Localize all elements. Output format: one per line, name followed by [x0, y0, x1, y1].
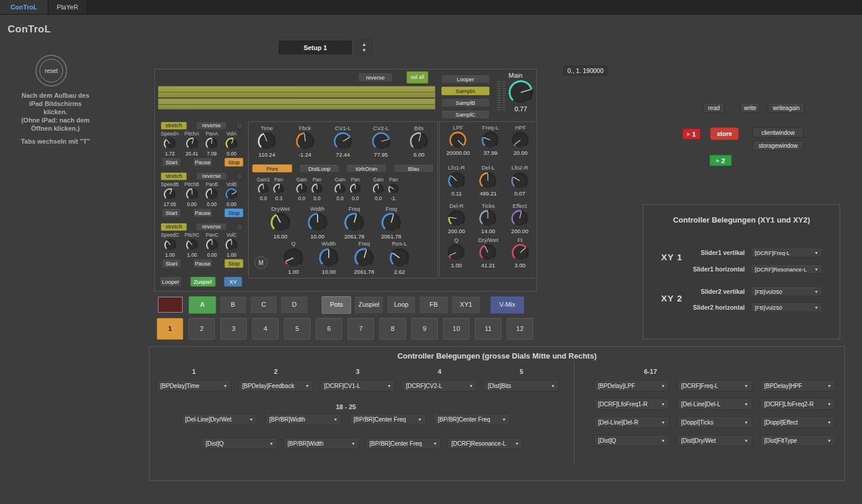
vmix-button[interactable]: V-Mix: [490, 296, 524, 314]
button-sampla[interactable]: SamplA: [441, 87, 490, 95]
dropdown-bpdelay-feedback[interactable]: [BPDelay]Feedback▼: [238, 380, 313, 392]
reset-dial[interactable]: reset: [35, 55, 67, 87]
dial-toggle-c[interactable]: [236, 223, 243, 231]
button-4[interactable]: 4: [252, 318, 279, 340]
dropdown-dist-flttype[interactable]: [Dist]FltType▼: [760, 435, 835, 446]
color-swatch[interactable]: [158, 297, 183, 313]
knob-pitcha[interactable]: PitchA20.41: [184, 131, 199, 157]
button-pause[interactable]: Pause: [193, 158, 212, 167]
button-stop[interactable]: Stop: [224, 259, 243, 268]
preset-2-toggle[interactable]: ▶ 2: [709, 155, 732, 166]
tab-control[interactable]: ConTroL: [0, 0, 48, 14]
knob-hpf[interactable]: HPF20.00: [511, 124, 530, 157]
knob-ticks[interactable]: Ticks14.00: [478, 203, 497, 235]
knob-volc[interactable]: VolC1.00: [224, 232, 239, 258]
dropdown-del-line-del-l[interactable]: [Del-Line]Del-L▼: [677, 399, 752, 410]
stretch-button-a[interactable]: stretch: [161, 122, 187, 130]
knob-width[interactable]: Width10.00: [307, 205, 328, 240]
button-d[interactable]: D: [280, 296, 308, 314]
button-start[interactable]: Start: [162, 259, 181, 268]
dial-toggle-a[interactable]: [236, 122, 243, 130]
knob-pitchb[interactable]: PitchB0.00: [184, 181, 199, 208]
knob-res-l[interactable]: Res-L2.62: [389, 240, 410, 275]
knob-main-volume[interactable]: 0.77: [508, 79, 534, 114]
knob-ft[interactable]: Ft3.00: [511, 237, 530, 269]
dropdown-fb-vol250[interactable]: [FB]Vol250 ▼: [751, 303, 823, 312]
reverse-button[interactable]: reverse: [358, 73, 392, 82]
button-fb[interactable]: FB: [419, 296, 448, 314]
button-c[interactable]: C: [250, 296, 278, 314]
knob-freq[interactable]: Freq2061.78: [354, 240, 375, 275]
stretch-button-b[interactable]: stretch: [161, 173, 187, 180]
button-10[interactable]: 10: [443, 318, 470, 340]
dropdown-del-line-dry-wet[interactable]: [Del-Line]Dry/Wet▼: [181, 414, 257, 425]
dropdown-del-line-del-r[interactable]: [Del-Line]Del-R▼: [594, 417, 669, 428]
position-readout[interactable]: 0., 1. 190000: [563, 65, 607, 76]
button-xy1[interactable]: XY1: [451, 296, 481, 314]
knob-pan[interactable]: Pan0.0: [348, 177, 363, 202]
button-samplb[interactable]: SamplB: [441, 98, 490, 107]
button-zuspiel[interactable]: Zuspiel: [190, 277, 216, 287]
knob-panb[interactable]: PanB0.00: [204, 181, 219, 208]
read-button[interactable]: read: [703, 103, 725, 113]
dropdown-dcrf-freq-l[interactable]: [DCRF]Freq-L ▼: [751, 248, 823, 257]
knob-effect[interactable]: Effect200.00: [510, 203, 529, 235]
dropdown-bpdelay-time[interactable]: [BPDelay]Time▼: [156, 380, 232, 392]
knob-q[interactable]: Q1.00: [283, 240, 304, 275]
knob-freq[interactable]: Freq2061.78: [381, 205, 402, 240]
knob-drywet[interactable]: DryWet16.00: [270, 205, 291, 240]
button-8[interactable]: 8: [379, 318, 406, 340]
knob-pan[interactable]: Pan0.0: [309, 177, 325, 202]
setup-stepper[interactable]: ▲ ▼: [356, 39, 372, 57]
button-stop[interactable]: Stop: [224, 158, 243, 167]
storagewindow-button[interactable]: storagewindow: [752, 141, 804, 151]
clientwindow-button[interactable]: clientwindow: [752, 128, 804, 138]
m-button[interactable]: M: [255, 256, 267, 269]
dropdown-dcrf-lfofreq1-r[interactable]: [DCRF]LfoFreq1-R▼: [594, 399, 669, 410]
reverse-button-a[interactable]: reverse: [196, 122, 227, 130]
knob-lfo2-r[interactable]: Lfo2-R0.07: [510, 164, 529, 197]
preset-1-toggle[interactable]: ▶ 1: [682, 128, 701, 140]
button-11[interactable]: 11: [475, 318, 501, 340]
writeagain-button[interactable]: writeagain: [768, 103, 805, 113]
store-button[interactable]: store: [710, 127, 739, 140]
knob-lfo1-r[interactable]: Lfo1-R0.11: [447, 164, 466, 197]
knob-width[interactable]: Width10.00: [318, 240, 339, 275]
knob-pana[interactable]: PanA7.09: [204, 131, 219, 157]
dial-toggle-b[interactable]: [236, 173, 243, 180]
knob-volb[interactable]: VolB0.00: [224, 181, 239, 208]
dropdown-bp-br-center-freq[interactable]: [BP/BR]Center Freq▼: [365, 438, 441, 449]
dropdown-bp-br-width[interactable]: [BP/BR]Width▼: [265, 414, 342, 425]
knob-pan[interactable]: Pan0.3: [271, 177, 286, 202]
knob-pitchc[interactable]: PitchC1.00: [184, 232, 199, 258]
knob-cv1-l[interactable]: CV1-L72.44: [333, 125, 353, 158]
button-stop[interactable]: Stop: [224, 208, 243, 217]
dropdown-dist-bits[interactable]: [Dist]Bits▼: [484, 380, 559, 392]
knob-q[interactable]: Q1.00: [447, 237, 465, 269]
knob-dry-wet[interactable]: Dry/Wet41.21: [478, 237, 498, 269]
dropdown-bpdelay-lpf[interactable]: [BPDelay]LPF▼: [594, 380, 669, 392]
knob-freq-l[interactable]: Freq-L37.99: [481, 124, 500, 157]
button-2[interactable]: 2: [189, 318, 215, 340]
knob-gain1[interactable]: Gain10.0: [256, 177, 271, 202]
knob-bits[interactable]: Bits6.00: [409, 125, 429, 158]
dropdown-dist-dry-wet[interactable]: [Dist]Dry/Wet▼: [677, 435, 752, 446]
button-pots[interactable]: Pots: [322, 296, 351, 314]
button-3[interactable]: 3: [220, 318, 247, 340]
button-b[interactable]: B: [219, 296, 247, 314]
dropdown-dist-q[interactable]: [Dist]Q▼: [594, 435, 669, 446]
dropdown-dcrf-cv2-l[interactable]: [DCRF]CV2-L▼: [402, 380, 477, 392]
button-zuspiel[interactable]: Zuspiel: [354, 296, 384, 314]
knob-gain[interactable]: Gain0.0: [332, 177, 348, 202]
button-start[interactable]: Start: [162, 158, 181, 167]
button-12[interactable]: 12: [507, 318, 533, 340]
waveform-display-1[interactable]: [158, 86, 435, 98]
knob-time[interactable]: Time110.24: [257, 125, 277, 158]
button-7[interactable]: 7: [348, 318, 374, 340]
knob-cv2-l[interactable]: CV2-L77.95: [371, 125, 391, 158]
waveform-display-2[interactable]: [158, 98, 435, 110]
dropdown-dcrf-resonance-l[interactable]: [DCRF]Resonance-L▼: [447, 438, 523, 449]
button-start[interactable]: Start: [162, 208, 181, 217]
button-5[interactable]: 5: [284, 318, 311, 340]
knob-del-r[interactable]: Del-R200.00: [447, 203, 466, 235]
